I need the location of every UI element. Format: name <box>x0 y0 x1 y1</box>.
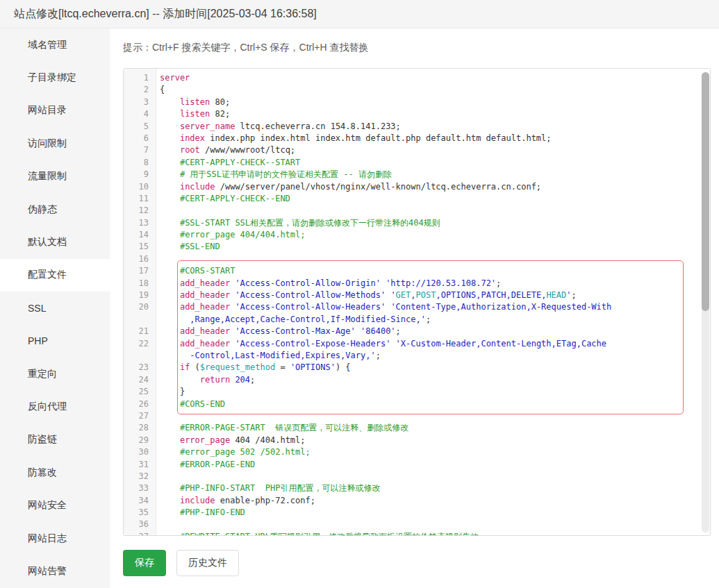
code-line[interactable]: 4 listen 82; <box>124 108 710 120</box>
code-line[interactable]: 35 #PHP-INFO-END <box>124 507 710 519</box>
code-text: #error_page 502 /502.html; <box>156 446 311 458</box>
line-number: 17 <box>124 265 156 277</box>
code-text: if ($request_method = 'OPTIONS') { <box>156 362 351 373</box>
line-number: 7 <box>124 144 156 156</box>
editor-scrollbar-track[interactable] <box>702 72 709 532</box>
code-line[interactable]: 7 root /www/wwwroot/ltcq; <box>124 144 710 156</box>
line-number: 1 <box>124 72 156 84</box>
code-line[interactable]: 22 add_header 'Access-Control-Expose-Hea… <box>124 338 710 350</box>
line-number <box>124 314 156 326</box>
line-number: 2 <box>124 84 156 96</box>
code-line[interactable]: 3 listen 80; <box>124 96 710 108</box>
code-line[interactable]: 33 #PHP-INFO-START PHP引用配置，可以注释或修改 <box>124 482 710 494</box>
code-text: add_header 'Access-Control-Allow-Headers… <box>156 301 611 313</box>
sidebar-item-site-log[interactable]: 网站日志 <box>0 522 110 555</box>
line-number: 15 <box>124 241 156 253</box>
code-line[interactable]: 16 <box>124 253 710 265</box>
line-number: 5 <box>124 121 156 133</box>
code-line[interactable]: 36 <box>124 519 710 530</box>
code-text: } <box>156 386 185 398</box>
code-rows[interactable]: 1server2{3 listen 80;4 listen 82;5 serve… <box>124 72 710 536</box>
line-number <box>124 350 156 362</box>
code-line[interactable]: 34 include enable-php-72.conf; <box>124 495 710 507</box>
sidebar-item-hotlink-protect[interactable]: 防盗链 <box>0 423 110 456</box>
code-line[interactable]: 2{ <box>124 84 710 96</box>
code-line[interactable]: 27 <box>124 410 710 422</box>
sidebar-item-site-security[interactable]: 网站安全 <box>0 489 110 521</box>
code-line[interactable]: 26 #CORS-END <box>124 398 710 410</box>
code-line[interactable]: 14 #error_page 404/404.html; <box>124 229 710 241</box>
line-number: 25 <box>124 386 156 398</box>
code-line[interactable]: 12 <box>124 205 710 217</box>
code-line[interactable]: 5 server_name ltcq.echeverra.cn 154.8.14… <box>124 121 710 133</box>
code-line[interactable]: 8 #CERT-APPLY-CHECK--START <box>124 157 710 169</box>
code-line[interactable]: 17 #CORS-START <box>124 265 710 277</box>
code-line[interactable]: 13 #SSL-START SSL相关配置，请勿删除或修改下一行带注释的404规… <box>124 217 710 229</box>
line-number: 14 <box>124 229 156 241</box>
code-line[interactable]: 25 } <box>124 386 710 398</box>
code-text <box>156 471 160 482</box>
line-number: 20 <box>124 301 156 313</box>
line-number: 18 <box>124 278 156 289</box>
code-text: { <box>156 84 165 96</box>
code-line[interactable]: 20 add_header 'Access-Control-Allow-Head… <box>124 301 710 313</box>
code-text: #ERROR-PAGE-START 错误页配置，可以注释、删除或修改 <box>156 422 408 434</box>
code-line[interactable]: 1server <box>124 72 710 84</box>
code-text <box>156 519 160 530</box>
code-line[interactable]: 30 #error_page 502 /502.html; <box>124 446 710 458</box>
sidebar-item-php[interactable]: PHP <box>0 325 110 358</box>
code-line[interactable]: 31 #ERROR-PAGE-END <box>124 459 710 471</box>
code-text: #REWRITE-START URL重写规则引用，修改后将导致面板设置的伪静态规… <box>156 531 479 536</box>
sidebar-item-default-doc[interactable]: 默认文档 <box>0 226 110 258</box>
code-line[interactable]: 6 index index.php index.html index.htm d… <box>124 133 710 144</box>
code-text: #CERT-APPLY-CHECK--END <box>156 193 290 205</box>
code-line[interactable]: 21 add_header 'Access-Control-Max-Age' '… <box>124 326 710 337</box>
sidebar-item-traffic-limit[interactable]: 流量限制 <box>0 160 110 193</box>
code-line[interactable]: 15 #SSL-END <box>124 241 710 253</box>
sidebar-item-site-alert[interactable]: 网站告警 <box>0 555 110 587</box>
line-number: 21 <box>124 326 156 337</box>
line-number: 11 <box>124 193 156 205</box>
code-line[interactable]: 24 return 204; <box>124 374 710 386</box>
code-line[interactable]: -Control,Last-Modified,Expires,Vary,'; <box>124 350 710 362</box>
shortcut-hint: 提示：Ctrl+F 搜索关键字，Ctrl+S 保存，Ctrl+H 查找替换 <box>123 42 369 54</box>
code-text <box>156 205 160 217</box>
code-line[interactable]: ,Range,Accept,Cache-Control,If-Modified-… <box>124 314 710 326</box>
line-number: 33 <box>124 482 156 494</box>
sidebar-item-domain-manage[interactable]: 域名管理 <box>0 28 110 61</box>
code-line[interactable]: 23 if ($request_method = 'OPTIONS') { <box>124 362 710 373</box>
sidebar-item-ssl[interactable]: SSL <box>0 292 110 324</box>
history-files-button[interactable]: 历史文件 <box>176 550 239 576</box>
code-line[interactable]: 18 add_header 'Access-Control-Allow-Orig… <box>124 278 710 289</box>
code-line[interactable]: 9 # 用于SSL证书申请时的文件验证相关配置 -- 请勿删除 <box>124 169 710 180</box>
code-text <box>156 253 160 265</box>
editor-scrollbar-thumb[interactable] <box>702 72 709 311</box>
config-code-editor[interactable]: 1server2{3 listen 80;4 listen 82;5 serve… <box>123 68 711 536</box>
line-number: 26 <box>124 398 156 410</box>
line-number: 34 <box>124 495 156 507</box>
line-number: 16 <box>124 253 156 265</box>
sidebar-item-site-directory[interactable]: 网站目录 <box>0 94 110 127</box>
code-line[interactable]: 28 #ERROR-PAGE-START 错误页配置，可以注释、删除或修改 <box>124 422 710 434</box>
sidebar-item-subdir-bind[interactable]: 子目录绑定 <box>0 61 110 94</box>
code-text: # 用于SSL证书申请时的文件验证相关配置 -- 请勿删除 <box>156 169 392 180</box>
code-line[interactable]: 29 error_page 404 /404.html; <box>124 435 710 446</box>
code-text: listen 82; <box>156 108 230 120</box>
sidebar-item-redirect[interactable]: 重定向 <box>0 358 110 390</box>
sidebar-item-url-rewrite[interactable]: 伪静态 <box>0 193 110 226</box>
code-text: add_header 'Access-Control-Allow-Methods… <box>156 289 577 301</box>
sidebar-item-tamper-proof[interactable]: 防篡改 <box>0 456 110 489</box>
line-number: 8 <box>124 157 156 169</box>
sidebar-item-config-file[interactable]: 配置文件 <box>0 259 110 292</box>
code-line[interactable]: 11 #CERT-APPLY-CHECK--END <box>124 193 710 205</box>
save-button[interactable]: 保存 <box>123 550 166 576</box>
code-line[interactable]: 37 #REWRITE-START URL重写规则引用，修改后将导致面板设置的伪… <box>124 531 710 536</box>
code-line[interactable]: 10 include /www/server/panel/vhost/nginx… <box>124 181 710 193</box>
code-text: add_header 'Access-Control-Expose-Header… <box>156 338 606 350</box>
code-line[interactable]: 32 <box>124 471 710 482</box>
line-number: 23 <box>124 362 156 373</box>
line-number: 10 <box>124 181 156 193</box>
sidebar-item-reverse-proxy[interactable]: 反向代理 <box>0 390 110 423</box>
code-line[interactable]: 19 add_header 'Access-Control-Allow-Meth… <box>124 289 710 301</box>
sidebar-item-access-limit[interactable]: 访问限制 <box>0 127 110 160</box>
